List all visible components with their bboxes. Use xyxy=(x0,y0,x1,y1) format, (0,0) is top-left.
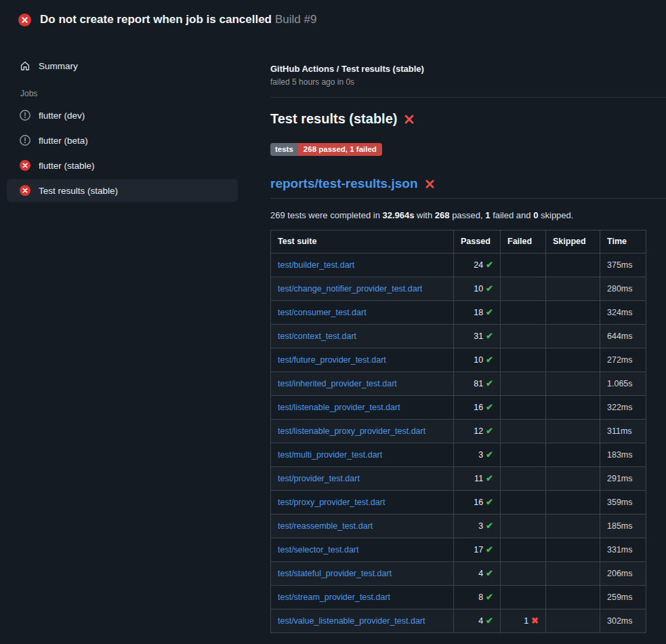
failed-cell xyxy=(501,396,546,420)
passed-cell: 8✔ xyxy=(454,586,501,609)
column-header: Passed xyxy=(454,230,501,254)
test-suite-link[interactable]: test/inherited_provider_test.dart xyxy=(278,379,397,388)
time-cell: 311ms xyxy=(600,420,646,443)
report-title-link[interactable]: reports/test-results.json xyxy=(270,176,418,191)
passed-cell: 17✔ xyxy=(454,538,501,562)
table-header-row: Test suitePassedFailedSkippedTime xyxy=(271,230,646,254)
table-row: test/builder_test.dart24✔375ms xyxy=(271,254,646,277)
page-header: Do not create report when job is cancell… xyxy=(0,0,666,38)
test-suite-link[interactable]: test/value_listenable_provider_test.dart xyxy=(278,616,425,626)
table-row: test/future_provider_test.dart10✔272ms xyxy=(271,348,646,372)
badge-value: 268 passed, 1 failed xyxy=(298,143,382,156)
test-suite-link[interactable]: test/multi_provider_test.dart xyxy=(278,450,382,460)
table-row: test/proxy_provider_test.dart16✔359ms xyxy=(271,491,646,515)
suite-cell: test/multi_provider_test.dart xyxy=(271,443,454,467)
check-icon: ✔ xyxy=(486,283,493,294)
test-suite-link[interactable]: test/provider_test.dart xyxy=(278,474,360,483)
summary-stat: 32.964s xyxy=(382,210,414,220)
passed-cell: 16✔ xyxy=(454,491,501,515)
skipped-cell xyxy=(546,325,600,348)
run-name: Do not create report when job is cancell… xyxy=(40,13,272,26)
test-suite-link[interactable]: test/proxy_provider_test.dart xyxy=(278,498,385,507)
results-tbody: test/builder_test.dart24✔375mstest/chang… xyxy=(271,254,646,633)
badge-label: tests xyxy=(270,143,298,156)
suite-cell: test/consumer_test.dart xyxy=(271,301,454,325)
skipped-cell xyxy=(546,420,600,443)
time-cell: 302ms xyxy=(600,609,646,633)
check-icon: ✔ xyxy=(486,331,493,341)
sidebar-item-label: flutter (dev) xyxy=(39,110,85,121)
build-number: Build #9 xyxy=(275,13,316,26)
summary-text: skipped. xyxy=(538,210,573,220)
x-circle-icon xyxy=(18,14,31,26)
skipped-cell xyxy=(546,396,600,420)
sidebar-item-job[interactable]: flutter (dev) xyxy=(7,104,238,127)
summary-text: passed, xyxy=(450,210,486,220)
passed-cell: 3✔ xyxy=(454,443,501,467)
check-run-page: Do not create report when job is cancell… xyxy=(0,0,666,633)
passed-cell: 10✔ xyxy=(454,277,501,301)
passed-cell: 31✔ xyxy=(454,325,501,348)
suite-cell: test/inherited_provider_test.dart xyxy=(271,372,454,396)
time-cell: 272ms xyxy=(600,348,646,372)
skipped-cell xyxy=(546,467,600,491)
alert-circle-icon xyxy=(20,110,30,121)
test-suite-link[interactable]: test/context_test.dart xyxy=(278,331,356,341)
skipped-cell xyxy=(546,254,600,277)
table-row: test/selector_test.dart17✔331ms xyxy=(271,538,646,562)
test-suite-link[interactable]: test/listenable_provider_test.dart xyxy=(278,403,400,412)
check-icon: ✔ xyxy=(486,449,493,460)
divider xyxy=(270,97,666,98)
failed-cell xyxy=(501,467,546,491)
sidebar-item-summary[interactable]: Summary xyxy=(7,54,238,77)
section-title-text: Test results (stable) xyxy=(270,111,397,127)
section-title: Test results (stable) xyxy=(270,111,666,127)
check-icon: ✔ xyxy=(486,402,493,412)
x-icon: ✖ xyxy=(531,616,539,626)
skipped-cell xyxy=(546,586,600,609)
failed-cell xyxy=(501,515,546,538)
test-suite-link[interactable]: test/selector_test.dart xyxy=(278,545,359,555)
skipped-cell xyxy=(546,609,600,633)
sidebar-item-label: Summary xyxy=(39,61,78,71)
summary-line: 269 tests were completed in 32.964s with… xyxy=(270,210,666,220)
time-cell: 185ms xyxy=(600,515,646,538)
skipped-cell xyxy=(546,372,600,396)
table-row: test/multi_provider_test.dart3✔183ms xyxy=(271,443,646,467)
failed-cell xyxy=(501,586,546,609)
check-icon: ✔ xyxy=(486,592,493,602)
table-row: test/stream_provider_test.dart8✔259ms xyxy=(271,586,646,609)
time-cell: 183ms xyxy=(600,443,646,467)
results-table: Test suitePassedFailedSkippedTime test/b… xyxy=(270,230,646,633)
sidebar-item-job[interactable]: flutter (stable) xyxy=(7,154,238,177)
test-suite-link[interactable]: test/builder_test.dart xyxy=(278,260,354,270)
summary-text: 269 tests were completed in xyxy=(270,210,382,220)
alert-circle-icon xyxy=(20,135,30,146)
suite-cell: test/value_listenable_provider_test.dart xyxy=(271,609,454,633)
home-icon xyxy=(20,60,30,71)
sidebar-item-job[interactable]: flutter (beta) xyxy=(7,129,238,152)
test-suite-link[interactable]: test/reassemble_test.dart xyxy=(278,521,373,531)
sidebar-item-job[interactable]: Test results (stable) xyxy=(7,179,238,202)
skipped-cell xyxy=(546,443,600,467)
check-icon: ✔ xyxy=(486,355,493,365)
suite-cell: test/reassemble_test.dart xyxy=(271,515,454,538)
table-row: test/reassemble_test.dart3✔185ms xyxy=(271,515,646,538)
page-title: Do not create report when job is cancell… xyxy=(40,13,316,26)
test-suite-link[interactable]: test/stateful_provider_test.dart xyxy=(278,569,392,578)
table-row: test/listenable_provider_test.dart16✔322… xyxy=(271,396,646,420)
test-suite-link[interactable]: test/change_notifier_provider_test.dart xyxy=(278,284,422,294)
table-row: test/value_listenable_provider_test.dart… xyxy=(271,609,646,633)
table-row: test/context_test.dart31✔644ms xyxy=(271,325,646,348)
failed-cell xyxy=(501,277,546,301)
test-suite-link[interactable]: test/listenable_proxy_provider_test.dart xyxy=(278,426,425,436)
column-header: Skipped xyxy=(546,230,600,254)
time-cell: 322ms xyxy=(600,396,646,420)
breadcrumb: GitHub Actions / Test results (stable) xyxy=(270,64,666,74)
test-suite-link[interactable]: test/consumer_test.dart xyxy=(278,308,367,317)
time-cell: 359ms xyxy=(600,491,646,515)
sidebar-item-label: Test results (stable) xyxy=(39,186,118,196)
test-suite-link[interactable]: test/future_provider_test.dart xyxy=(278,355,386,365)
table-row: test/listenable_proxy_provider_test.dart… xyxy=(271,420,646,443)
test-suite-link[interactable]: test/stream_provider_test.dart xyxy=(278,592,390,602)
